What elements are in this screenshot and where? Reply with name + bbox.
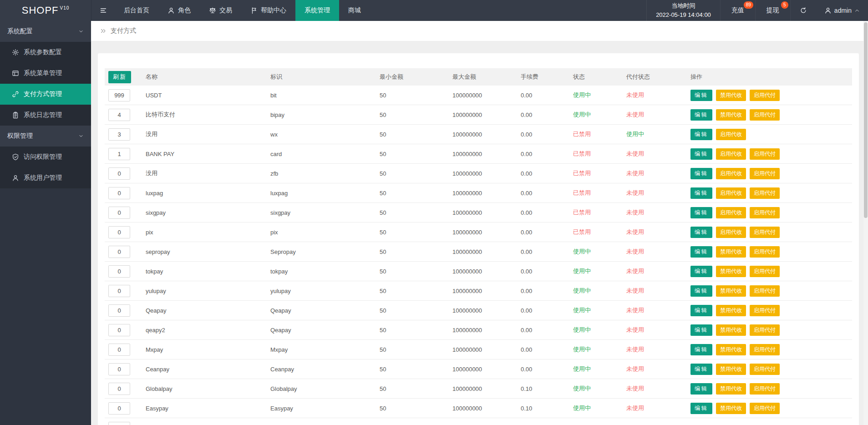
sort-input[interactable] bbox=[108, 265, 130, 278]
disable-collect-button[interactable]: 禁用代收 bbox=[716, 403, 746, 414]
sidebar-section-header[interactable]: 权限管理 bbox=[0, 126, 91, 147]
sort-input[interactable] bbox=[108, 148, 130, 160]
enable-collect-button[interactable]: 启用代收 bbox=[716, 129, 746, 140]
edit-button[interactable]: 编辑 bbox=[690, 187, 712, 199]
enable-payout-button[interactable]: 启用代付 bbox=[750, 148, 780, 160]
payout-status-cell: 未使用 bbox=[625, 267, 690, 275]
user-menu[interactable]: admin bbox=[816, 0, 868, 21]
enable-payout-button[interactable]: 启用代付 bbox=[750, 383, 780, 395]
edit-button[interactable]: 编辑 bbox=[690, 90, 712, 101]
sort-input[interactable] bbox=[108, 207, 130, 219]
nav-item[interactable]: 系统管理 bbox=[295, 0, 339, 21]
edit-button[interactable]: 编辑 bbox=[690, 207, 712, 218]
enable-payout-button[interactable]: 启用代付 bbox=[750, 187, 780, 199]
min-amount: 50 bbox=[379, 111, 452, 118]
disable-collect-button[interactable]: 禁用代收 bbox=[716, 344, 746, 355]
edit-button[interactable]: 编辑 bbox=[690, 305, 712, 316]
nav-item[interactable]: 后台首页 bbox=[115, 0, 158, 21]
edit-button[interactable]: 编辑 bbox=[690, 246, 712, 258]
sidebar-item[interactable]: 系统日志管理 bbox=[0, 105, 91, 126]
disable-collect-button[interactable]: 禁用代收 bbox=[716, 285, 746, 297]
refresh-table-button[interactable]: 刷新 bbox=[108, 71, 131, 83]
edit-button[interactable]: 编辑 bbox=[690, 383, 712, 395]
enable-payout-button[interactable]: 启用代付 bbox=[750, 403, 780, 414]
disable-collect-button[interactable]: 禁用代收 bbox=[716, 364, 746, 375]
enable-payout-button[interactable]: 启用代付 bbox=[750, 207, 780, 218]
sort-input[interactable] bbox=[108, 246, 130, 258]
enable-collect-button[interactable]: 启用代收 bbox=[716, 168, 746, 179]
enable-payout-button[interactable]: 启用代付 bbox=[750, 227, 780, 238]
edit-button[interactable]: 编辑 bbox=[690, 129, 712, 140]
edit-button[interactable]: 编辑 bbox=[690, 148, 712, 160]
disable-collect-button[interactable]: 禁用代收 bbox=[716, 246, 746, 258]
enable-payout-button[interactable]: 启用代付 bbox=[750, 364, 780, 375]
enable-collect-button[interactable]: 启用代收 bbox=[716, 207, 746, 218]
sort-input[interactable] bbox=[108, 89, 130, 101]
disable-collect-button[interactable]: 禁用代收 bbox=[716, 266, 746, 277]
enable-payout-button[interactable]: 启用代付 bbox=[750, 344, 780, 355]
disable-collect-button[interactable]: 禁用代收 bbox=[716, 383, 746, 395]
clipboard-icon bbox=[12, 111, 19, 119]
status-cell: 使用中 bbox=[572, 248, 625, 256]
enable-collect-button[interactable]: 启用代收 bbox=[716, 227, 746, 238]
enable-payout-button[interactable]: 启用代付 bbox=[750, 109, 780, 121]
sort-input[interactable] bbox=[108, 324, 130, 336]
payment-code: bipay bbox=[269, 111, 379, 118]
enable-payout-button[interactable]: 启用代付 bbox=[750, 324, 780, 336]
enable-payout-button[interactable]: 启用代付 bbox=[750, 285, 780, 297]
disable-collect-button[interactable]: 禁用代收 bbox=[716, 305, 746, 316]
sidebar-section-header[interactable]: 系统配置 bbox=[0, 21, 91, 42]
disable-collect-button[interactable]: 禁用代收 bbox=[716, 109, 746, 121]
edit-button[interactable]: 编辑 bbox=[690, 403, 712, 414]
scrollbar-thumb[interactable] bbox=[864, 22, 868, 218]
sidebar-item[interactable]: 系统用户管理 bbox=[0, 167, 91, 188]
menu-toggle-button[interactable] bbox=[91, 0, 115, 21]
recharge-button[interactable]: 充值 89 bbox=[720, 0, 755, 21]
sort-input[interactable] bbox=[108, 304, 130, 317]
disable-collect-button[interactable]: 禁用代收 bbox=[716, 324, 746, 336]
edit-button[interactable]: 编辑 bbox=[690, 285, 712, 297]
nav-item[interactable]: 角色 bbox=[158, 0, 200, 21]
nav-item[interactable]: 交易 bbox=[200, 0, 241, 21]
sidebar-item[interactable]: 系统参数配置 bbox=[0, 42, 91, 63]
payment-name: sixgpay bbox=[145, 209, 269, 216]
enable-payout-button[interactable]: 启用代付 bbox=[750, 168, 780, 179]
nav-item[interactable]: 帮助中心 bbox=[241, 0, 295, 21]
sort-input[interactable] bbox=[108, 285, 130, 297]
payment-table-body: USDTbit501000000000.00使用中未使用编辑禁用代收启用代付比特… bbox=[105, 86, 852, 425]
sort-input[interactable] bbox=[108, 383, 130, 395]
payment-code: bit bbox=[269, 92, 379, 99]
sort-input[interactable] bbox=[108, 128, 130, 141]
sort-input[interactable] bbox=[108, 402, 130, 415]
edit-button[interactable]: 编辑 bbox=[690, 168, 712, 179]
enable-collect-button[interactable]: 启用代收 bbox=[716, 187, 746, 199]
enable-payout-button[interactable]: 启用代付 bbox=[750, 90, 780, 101]
edit-button[interactable]: 编辑 bbox=[690, 109, 712, 121]
edit-button[interactable]: 编辑 bbox=[690, 227, 712, 238]
withdraw-button[interactable]: 提现 5 bbox=[755, 0, 790, 21]
sort-input[interactable] bbox=[108, 109, 130, 121]
refresh-page-button[interactable] bbox=[790, 0, 816, 21]
edit-button[interactable]: 编辑 bbox=[690, 266, 712, 277]
sort-input[interactable] bbox=[108, 187, 130, 199]
edit-button[interactable]: 编辑 bbox=[690, 324, 712, 336]
enable-payout-button[interactable]: 启用代付 bbox=[750, 246, 780, 258]
page-scrollbar[interactable] bbox=[863, 21, 868, 425]
payout-status-badge: 未使用 bbox=[626, 365, 644, 372]
sort-input[interactable] bbox=[108, 167, 130, 180]
sidebar-item[interactable]: 系统菜单管理 bbox=[0, 63, 91, 84]
edit-button[interactable]: 编辑 bbox=[690, 344, 712, 355]
sort-input[interactable] bbox=[108, 226, 130, 238]
disable-collect-button[interactable]: 禁用代收 bbox=[716, 90, 746, 101]
sidebar-item[interactable]: 访问权限管理 bbox=[0, 147, 91, 167]
sidebar-item[interactable]: 支付方式管理 bbox=[0, 84, 91, 105]
nav-item[interactable]: 商城 bbox=[339, 0, 370, 21]
enable-payout-button[interactable]: 启用代付 bbox=[750, 266, 780, 277]
status-badge: 使用中 bbox=[573, 385, 591, 392]
sort-input[interactable] bbox=[108, 363, 130, 375]
enable-collect-button[interactable]: 启用代收 bbox=[716, 148, 746, 160]
sort-input[interactable] bbox=[108, 344, 130, 356]
sort-input[interactable] bbox=[108, 422, 130, 425]
enable-payout-button[interactable]: 启用代付 bbox=[750, 305, 780, 316]
edit-button[interactable]: 编辑 bbox=[690, 364, 712, 375]
